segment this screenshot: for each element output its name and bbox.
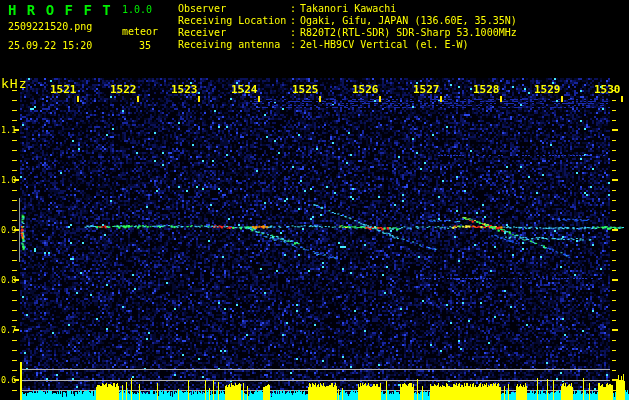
time-tick-label: 1527 (413, 83, 440, 96)
freq-tick-label: 0.7 (1, 325, 15, 335)
freq-tick-label: 0.6 (1, 375, 15, 385)
info-label: Receiving Location (178, 15, 290, 27)
time-tick-label: 1530 (594, 83, 621, 96)
info-label: Receiver (178, 27, 290, 39)
hrofft-output-image: H R O F F T 1.0.0 2509221520.png meteor … (0, 0, 629, 400)
freq-tick-label: 1.0 (1, 175, 15, 185)
freq-tick-label: 1.1 (1, 125, 15, 135)
time-tick-label: 1522 (110, 83, 137, 96)
info-label: Observer (178, 3, 290, 15)
time-tick-label: 1529 (534, 83, 561, 96)
info-row: Receiving Location:Ogaki, Gifu, JAPAN (1… (178, 15, 517, 27)
info-separator: : (290, 3, 300, 15)
info-value: Ogaki, Gifu, JAPAN (136.60E, 35.35N) (300, 15, 517, 26)
freq-axis-unit-label: kHz (1, 76, 27, 91)
info-value: 2el-HB9CV Vertical (el. E-W) (300, 39, 469, 50)
info-row: Receiving antenna:2el-HB9CV Vertical (el… (178, 39, 517, 51)
output-filename: 2509221520.png (8, 21, 92, 32)
time-tick-label: 1528 (473, 83, 500, 96)
info-value: Takanori Kawachi (300, 3, 396, 14)
time-tick-label: 1523 (171, 83, 198, 96)
info-label: Receiving antenna (178, 39, 290, 51)
observation-datetime: 25.09.22 15:20 (8, 40, 92, 51)
info-row: Observer:Takanori Kawachi (178, 3, 517, 15)
time-tick-label: 1525 (292, 83, 319, 96)
station-info: Observer:Takanori Kawachi Receiving Loca… (178, 3, 517, 51)
spectrogram-canvas (0, 0, 629, 400)
observation-mode: meteor (122, 26, 158, 37)
info-separator: : (290, 15, 300, 27)
info-separator: : (290, 39, 300, 51)
time-tick-label: 1524 (231, 83, 258, 96)
time-tick-label: 1526 (352, 83, 379, 96)
info-value: R820T2(RTL-SDR) SDR-Sharp 53.1000MHz (300, 27, 517, 38)
time-tick-label: 1521 (50, 83, 77, 96)
info-row: Receiver:R820T2(RTL-SDR) SDR-Sharp 53.10… (178, 27, 517, 39)
freq-tick-label: 0.8 (1, 275, 15, 285)
app-version: 1.0.0 (122, 4, 152, 15)
echo-count: 35 (139, 40, 151, 51)
app-title: H R O F F T (8, 2, 112, 18)
freq-tick-label: 0.9 (1, 225, 15, 235)
info-separator: : (290, 27, 300, 39)
